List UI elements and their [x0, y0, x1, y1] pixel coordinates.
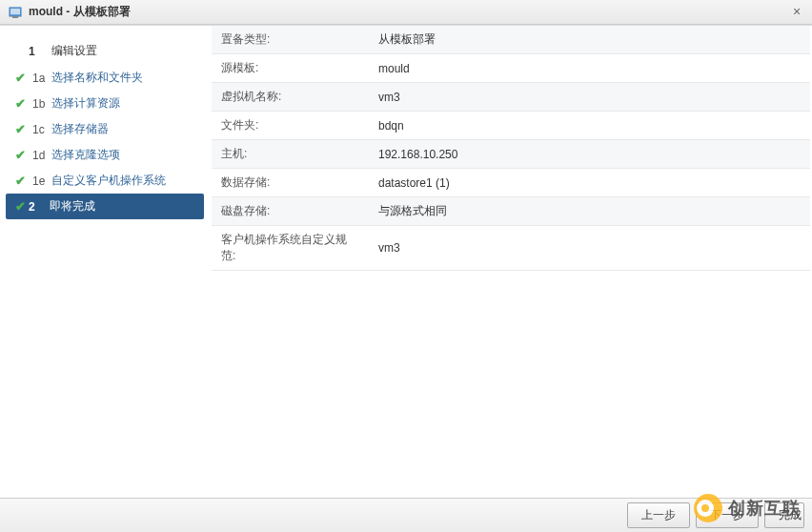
- check-icon: ✔: [11, 122, 29, 136]
- summary-value: 与源格式相同: [369, 197, 810, 226]
- row-folder: 文件夹: bdqn: [212, 112, 810, 140]
- check-icon: ✔: [11, 199, 29, 214]
- finish-button[interactable]: 完成: [764, 502, 804, 528]
- step-label: 自定义客户机操作系统: [51, 173, 166, 189]
- check-icon: ✔: [11, 148, 29, 162]
- step-sub-num: 1a: [29, 72, 51, 85]
- summary-label: 文件夹:: [212, 112, 369, 140]
- step-sub-num: 1c: [29, 123, 51, 136]
- next-button[interactable]: 下一步: [696, 502, 759, 528]
- summary-label: 虚拟机名称:: [212, 83, 369, 112]
- window-title: mould - 从模板部署: [29, 4, 131, 20]
- titlebar: mould - 从模板部署 ×: [0, 0, 812, 25]
- wizard-steps-sidebar: 1 编辑设置 ✔ 1a 选择名称和文件夹 ✔ 1b 选择计算资源 ✔ 1c 选择…: [0, 26, 210, 498]
- row-vm-name: 虚拟机名称: vm3: [212, 83, 810, 112]
- check-icon: ✔: [11, 174, 29, 188]
- check-icon: ✔: [11, 96, 29, 111]
- step-group-header: 1 编辑设置: [0, 37, 210, 65]
- step-select-storage[interactable]: ✔ 1c 选择存储器: [0, 116, 210, 142]
- close-icon[interactable]: ×: [789, 5, 804, 20]
- row-provision-type: 置备类型: 从模板部署: [212, 26, 810, 54]
- check-icon: ✔: [11, 71, 29, 85]
- summary-value: bdqn: [369, 112, 810, 140]
- row-guest-os-customization: 客户机操作系统自定义规范: vm3: [212, 226, 810, 271]
- summary-label: 数据存储:: [212, 169, 369, 197]
- step-sub-num: 1e: [29, 174, 51, 188]
- step-sub-num: 1d: [29, 149, 51, 162]
- wizard-footer: 上一步 下一步 完成: [0, 498, 812, 532]
- summary-value: 192.168.10.250: [369, 140, 810, 169]
- summary-value: 从模板部署: [369, 26, 810, 54]
- step-clone-options[interactable]: ✔ 1d 选择克隆选项: [0, 142, 210, 168]
- summary-table: 置备类型: 从模板部署 源模板: mould 虚拟机名称: vm3 文件夹: b…: [212, 26, 810, 271]
- summary-label: 置备类型:: [212, 26, 369, 54]
- wizard-body: 1 编辑设置 ✔ 1a 选择名称和文件夹 ✔ 1b 选择计算资源 ✔ 1c 选择…: [0, 25, 812, 498]
- summary-label: 客户机操作系统自定义规范:: [212, 226, 369, 271]
- step-num: 2: [29, 200, 46, 214]
- svg-rect-2: [10, 9, 20, 14]
- deploy-template-icon: [8, 5, 23, 20]
- step-customize-guest-os[interactable]: ✔ 1e 自定义客户机操作系统: [0, 168, 210, 194]
- step-select-compute[interactable]: ✔ 1b 选择计算资源: [0, 91, 210, 116]
- step-select-name-folder[interactable]: ✔ 1a 选择名称和文件夹: [0, 65, 210, 91]
- step-group-label: 编辑设置: [51, 43, 97, 59]
- back-button[interactable]: 上一步: [627, 502, 690, 528]
- summary-label: 主机:: [212, 140, 369, 169]
- row-source-template: 源模板: mould: [212, 54, 810, 83]
- summary-value: mould: [369, 54, 810, 83]
- step-label: 选择名称和文件夹: [51, 70, 143, 86]
- summary-value: datastore1 (1): [369, 169, 810, 197]
- summary-value: vm3: [369, 83, 810, 112]
- summary-label: 磁盘存储:: [212, 197, 369, 226]
- svg-rect-1: [12, 16, 18, 18]
- summary-label: 源模板:: [212, 54, 369, 83]
- step-label: 选择克隆选项: [51, 147, 120, 163]
- summary-value: vm3: [369, 226, 810, 271]
- step-label: 选择计算资源: [51, 95, 120, 112]
- step-label: 选择存储器: [51, 121, 109, 137]
- row-disk-storage: 磁盘存储: 与源格式相同: [212, 197, 810, 226]
- step-ready-complete[interactable]: ✔ 2 即将完成: [6, 194, 204, 219]
- row-datastore: 数据存储: datastore1 (1): [212, 169, 810, 197]
- summary-panel: 置备类型: 从模板部署 源模板: mould 虚拟机名称: vm3 文件夹: b…: [210, 26, 812, 498]
- step-group-num: 1: [29, 45, 48, 58]
- row-host: 主机: 192.168.10.250: [212, 140, 810, 169]
- step-sub-num: 1b: [29, 97, 51, 111]
- step-label: 即将完成: [50, 198, 95, 215]
